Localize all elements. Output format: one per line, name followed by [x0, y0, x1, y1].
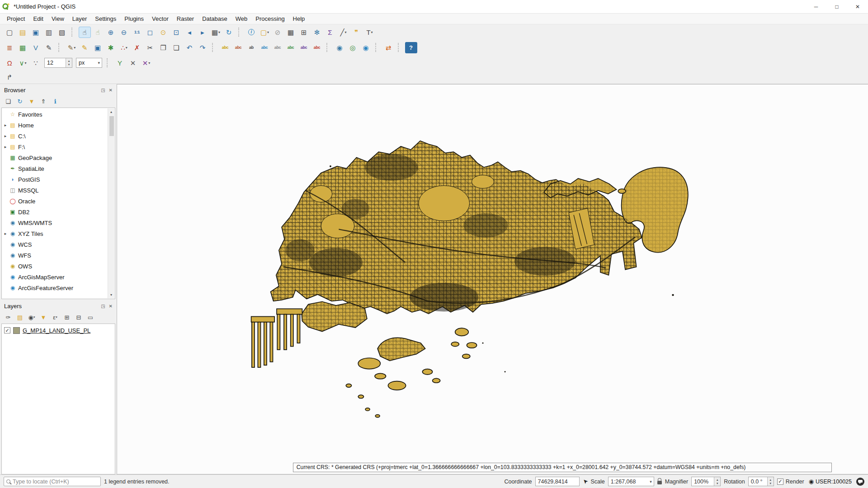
- scrollbar-thumb[interactable]: [109, 116, 114, 136]
- zoom-to-layer-icon[interactable]: ⊡: [170, 27, 183, 38]
- map-themes-icon[interactable]: ◉▾: [27, 312, 37, 322]
- browser-item[interactable]: ▸ ◉ XYZ Tiles: [2, 228, 107, 239]
- save-project-icon[interactable]: ▣: [30, 27, 42, 38]
- move-label-icon[interactable]: abc: [285, 42, 297, 53]
- pin-labels-icon[interactable]: ab: [245, 42, 258, 53]
- message-log-icon[interactable]: [856, 478, 864, 486]
- new-shapefile-layer-icon[interactable]: V: [30, 42, 42, 53]
- map-canvas[interactable]: Current CRS: * Generated CRS (+proj=tmer…: [117, 84, 868, 474]
- zoom-last-icon[interactable]: ◂: [184, 27, 196, 38]
- mouse-position-icon[interactable]: ➤: [581, 477, 589, 485]
- close-icon[interactable]: ✕: [109, 88, 113, 93]
- menu-item[interactable]: Database: [198, 14, 231, 24]
- open-attribute-table-icon[interactable]: ▦: [285, 27, 297, 38]
- new-project-icon[interactable]: ▢: [4, 27, 16, 38]
- deselect-features-icon[interactable]: ⊘: [272, 27, 284, 38]
- maximize-button[interactable]: □: [826, 0, 847, 14]
- layer-styling-icon[interactable]: ✑: [3, 312, 13, 322]
- filter-expression-icon[interactable]: ε▾: [50, 312, 60, 322]
- menu-item[interactable]: Vector: [148, 14, 173, 24]
- measure-icon[interactable]: ╱▾: [337, 27, 349, 38]
- browser-item[interactable]: ▸ ▤ Home: [2, 120, 107, 131]
- locator-search[interactable]: [4, 477, 101, 486]
- open-project-icon[interactable]: ▤: [17, 27, 29, 38]
- zoom-to-selection-icon[interactable]: ⊙: [157, 27, 170, 38]
- zoom-out-icon[interactable]: ⊖: [118, 27, 130, 38]
- copy-features-icon[interactable]: ❐: [157, 42, 170, 53]
- browser-item[interactable]: ◯ Oracle: [2, 196, 107, 206]
- snapping-toggle-icon[interactable]: Ω: [4, 57, 16, 69]
- field-calculator-icon[interactable]: ⊞: [298, 27, 310, 38]
- current-edits-icon[interactable]: ✎▾: [66, 42, 78, 53]
- zoom-full-icon[interactable]: ◻: [144, 27, 156, 38]
- stepper-down-icon[interactable]: ▾: [769, 482, 771, 485]
- scroll-down-icon[interactable]: ▾: [110, 291, 112, 298]
- new-map-view-icon[interactable]: ▦▾: [210, 27, 222, 38]
- expander-icon[interactable]: ▸: [2, 231, 9, 236]
- undock-icon[interactable]: ◳: [101, 304, 105, 309]
- change-label-icon[interactable]: abc: [311, 42, 323, 53]
- paste-features-icon[interactable]: ❏: [170, 42, 183, 53]
- filter-legend-icon[interactable]: ▼: [38, 312, 48, 322]
- browser-item[interactable]: ◗ PostGIS: [2, 174, 107, 185]
- refresh-browser-icon[interactable]: ↻: [15, 96, 25, 106]
- minimize-button[interactable]: ─: [806, 0, 826, 14]
- menu-item[interactable]: Edit: [29, 14, 47, 24]
- redo-icon[interactable]: ↷: [197, 42, 209, 53]
- properties-icon[interactable]: ℹ: [50, 96, 60, 106]
- menu-item[interactable]: View: [47, 14, 68, 24]
- enable-tracing-icon[interactable]: Y: [114, 57, 126, 69]
- stepper-up-icon[interactable]: ▴: [717, 478, 718, 482]
- browser-item[interactable]: ◉ WCS: [2, 239, 107, 250]
- menu-item[interactable]: Raster: [173, 14, 198, 24]
- new-virtual-layer-icon[interactable]: ✎: [43, 42, 55, 53]
- rotation-spin[interactable]: 0.0 ° ▴ ▾: [748, 477, 774, 486]
- expander-icon[interactable]: ▸: [2, 145, 9, 149]
- snap-points-icon[interactable]: ∵: [30, 57, 42, 69]
- toggle-editing-icon[interactable]: ✎: [79, 42, 91, 53]
- layer-row[interactable]: ✓ G_MP14_LAND_USE_PL: [2, 325, 115, 336]
- show-layout-manager-icon[interactable]: ▧: [56, 27, 68, 38]
- close-button[interactable]: ✕: [847, 0, 868, 14]
- menu-item[interactable]: Settings: [91, 14, 120, 24]
- expander-icon[interactable]: ▸: [2, 134, 9, 138]
- zoom-native-icon[interactable]: 1:1: [131, 27, 143, 38]
- new-print-layout-icon[interactable]: ▥: [43, 27, 55, 38]
- show-hidden-labels-icon[interactable]: abc: [272, 42, 284, 53]
- browser-item[interactable]: ▸ ▤ C:\: [2, 131, 107, 141]
- sync-icon[interactable]: ⇄: [382, 42, 395, 53]
- undock-icon[interactable]: ◳: [101, 88, 105, 93]
- stepper-up-icon[interactable]: ▴: [769, 478, 771, 482]
- web-service-icon[interactable]: ◎: [347, 42, 359, 53]
- save-layer-edits-icon[interactable]: ▣: [92, 42, 104, 53]
- browser-item[interactable]: ☆ Favorites: [2, 109, 107, 120]
- browser-scrollbar[interactable]: ▴ ▾: [108, 108, 114, 298]
- checkbox[interactable]: ✓: [777, 479, 783, 485]
- add-group-icon[interactable]: ▤: [15, 312, 25, 322]
- lock-scale-icon[interactable]: [657, 481, 662, 484]
- data-source-manager-icon[interactable]: ≣: [4, 42, 16, 53]
- browser-item[interactable]: ▦ GeoPackage: [2, 152, 107, 163]
- stepper-down-icon[interactable]: ▾: [717, 482, 718, 485]
- cut-features-icon[interactable]: ✂: [144, 42, 156, 53]
- crs-button[interactable]: ◉ USER:100025: [807, 478, 853, 485]
- identify-features-icon[interactable]: i: [245, 27, 258, 38]
- render-checkbox[interactable]: ✓ Render: [777, 479, 804, 485]
- menu-item[interactable]: Project: [3, 14, 29, 24]
- remove-layer-icon[interactable]: ▭: [85, 312, 95, 322]
- stepper-up-icon[interactable]: ▴: [68, 59, 70, 63]
- scroll-up-icon[interactable]: ▴: [110, 108, 112, 115]
- coordinate-input[interactable]: 74629,8414: [535, 477, 580, 486]
- delete-selected-icon[interactable]: ✗: [131, 42, 143, 53]
- snapping-units-dropdown[interactable]: px ▾: [76, 58, 102, 68]
- magnifier-spin[interactable]: 100% ▴ ▾: [691, 477, 721, 486]
- help-icon[interactable]: ?: [405, 42, 417, 53]
- zoom-in-icon[interactable]: ⊕: [105, 27, 117, 38]
- layer-checkbox[interactable]: ✓: [4, 327, 10, 333]
- snapping-intersection-icon[interactable]: ✕▾: [140, 57, 152, 69]
- browser-item[interactable]: ✒ SpatiaLite: [2, 163, 107, 174]
- map-tips-icon[interactable]: ❞: [350, 27, 363, 38]
- stepper[interactable]: ▴ ▾: [66, 58, 72, 67]
- snapping-tolerance-input[interactable]: 12 ▴ ▾: [44, 58, 72, 68]
- menu-item[interactable]: Processing: [251, 14, 288, 24]
